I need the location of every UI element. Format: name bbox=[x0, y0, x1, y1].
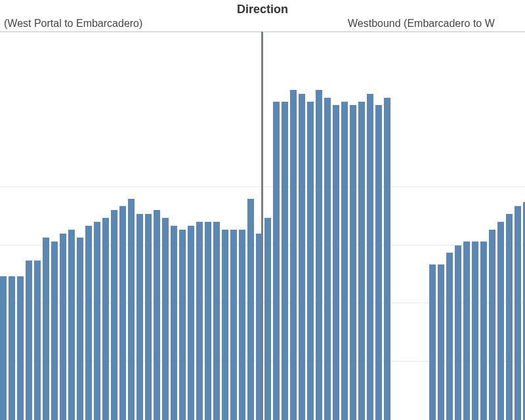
bar bbox=[162, 218, 169, 420]
bar bbox=[375, 105, 382, 420]
panel-divider bbox=[261, 32, 263, 420]
bar bbox=[273, 102, 280, 420]
bar bbox=[290, 90, 297, 420]
bar bbox=[102, 218, 109, 420]
bar bbox=[384, 98, 390, 420]
bar bbox=[34, 261, 41, 420]
bar bbox=[119, 206, 126, 420]
bar bbox=[429, 264, 436, 420]
bar bbox=[247, 199, 254, 420]
bar bbox=[341, 102, 348, 420]
bar bbox=[316, 90, 322, 420]
bar bbox=[196, 222, 203, 420]
bar bbox=[324, 98, 331, 420]
bar bbox=[438, 264, 444, 420]
bar bbox=[136, 214, 143, 420]
bar bbox=[128, 199, 135, 420]
bar bbox=[446, 253, 453, 420]
bar bbox=[154, 210, 160, 420]
bar bbox=[282, 102, 288, 420]
panel-westbound-b bbox=[429, 32, 525, 420]
bar bbox=[497, 222, 504, 420]
bar bbox=[213, 222, 220, 420]
panel-westbound-a bbox=[273, 32, 398, 420]
bar bbox=[358, 102, 365, 420]
bar bbox=[350, 105, 356, 420]
bar bbox=[68, 230, 75, 420]
bar bbox=[205, 222, 211, 420]
bar bbox=[264, 218, 271, 420]
bar bbox=[472, 242, 478, 420]
bar bbox=[239, 230, 245, 420]
bar bbox=[9, 276, 15, 420]
bar bbox=[367, 94, 373, 420]
panel-eastbound bbox=[0, 32, 259, 420]
bar bbox=[463, 242, 470, 420]
bar bbox=[480, 242, 487, 420]
bar bbox=[299, 94, 305, 420]
bar bbox=[455, 245, 461, 420]
bar bbox=[60, 234, 66, 420]
bar bbox=[230, 230, 237, 420]
bar bbox=[179, 230, 186, 420]
bar bbox=[307, 102, 314, 420]
bar bbox=[0, 276, 7, 420]
panel-label-eastbound: (West Portal to Embarcadero) bbox=[4, 18, 142, 30]
bar bbox=[26, 261, 32, 420]
bar bbox=[43, 238, 49, 420]
bar bbox=[171, 226, 177, 420]
bar bbox=[17, 276, 24, 420]
bar bbox=[514, 206, 521, 420]
bar bbox=[188, 226, 194, 420]
chart-title: Direction bbox=[0, 3, 525, 16]
bar bbox=[111, 210, 117, 420]
bar bbox=[333, 105, 339, 420]
bar bbox=[222, 230, 228, 420]
bar bbox=[145, 214, 152, 420]
bar bbox=[489, 230, 495, 420]
panel-label-westbound: Westbound (Embarcadero to W bbox=[348, 18, 495, 30]
bar bbox=[51, 242, 58, 420]
bar bbox=[506, 214, 513, 420]
bar bbox=[77, 238, 83, 420]
bar bbox=[94, 222, 100, 420]
bar bbox=[85, 226, 92, 420]
